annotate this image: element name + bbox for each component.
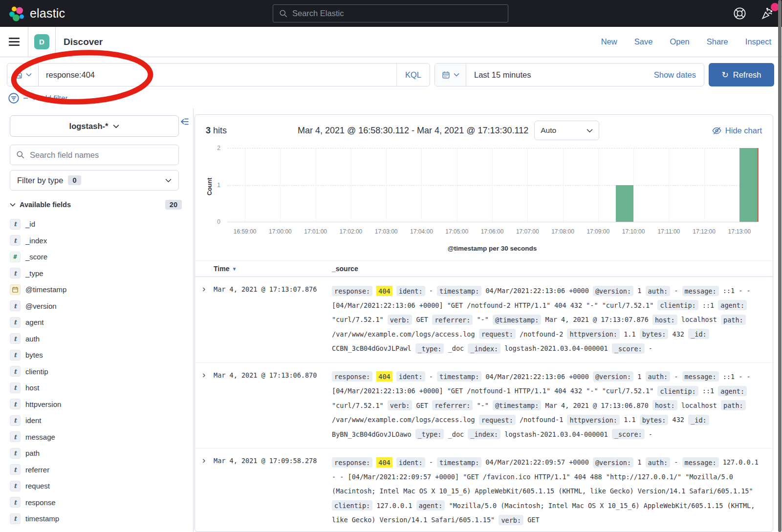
field-item-agent[interactable]: tagent [10, 314, 193, 331]
app-badge[interactable]: D [34, 34, 49, 49]
field-item-type[interactable]: t_type [10, 265, 193, 282]
time-range-value[interactable]: Last 15 minutes [466, 70, 654, 80]
saved-query-menu-button[interactable] [7, 64, 39, 86]
y-tick: 1 [217, 182, 227, 189]
row-timestamp: Mar 4, 2021 @ 17:09:58.278 [214, 455, 332, 528]
expand-row-icon[interactable]: › [195, 370, 214, 442]
table-row: ›Mar 4, 2021 @ 17:09:58.278response: 404… [195, 448, 773, 532]
field-item-timestamp[interactable]: @timestamp [10, 281, 193, 298]
query-language-button[interactable]: KQL [396, 64, 430, 86]
field-item-version[interactable]: t@version [10, 298, 193, 315]
kql-query-input[interactable]: response:404 KQL [7, 63, 430, 86]
refresh-icon: ↻ [721, 71, 728, 79]
source-field-badge: message: [682, 371, 719, 382]
chevron-down-icon [26, 73, 32, 77]
field-item-message[interactable]: tmessage [10, 429, 193, 446]
elastic-logo[interactable]: elastic [8, 5, 65, 22]
field-name: agent [25, 318, 44, 326]
doc-table-body: ›Mar 4, 2021 @ 17:13:07.876response: 404… [195, 277, 773, 532]
filter-by-type-select[interactable]: Filter by type 0 [10, 170, 179, 191]
menu-hamburger-icon[interactable] [0, 27, 28, 57]
x-tick: 17:03:00 [375, 228, 398, 235]
date-picker: Last 15 minutes Show dates [434, 63, 704, 86]
field-name: message [25, 433, 55, 441]
text-type-icon: t [10, 431, 21, 442]
histogram-bar[interactable] [739, 148, 757, 222]
field-item-bytes[interactable]: tbytes [10, 347, 193, 363]
available-fields-header[interactable]: Available fields 20 [10, 200, 182, 210]
page-scrollbar[interactable] [778, 0, 782, 532]
field-search-input[interactable]: Search field names [10, 145, 179, 165]
interval-select[interactable]: Auto [534, 121, 599, 140]
help-icon[interactable] [733, 7, 746, 20]
field-item-clientip[interactable]: tclientip [10, 363, 193, 380]
x-tick: 17:13:00 [728, 228, 751, 235]
date-picker-calendar-button[interactable] [435, 64, 466, 86]
x-tick: 17:12:00 [693, 228, 716, 235]
source-field-badge: clientip: [332, 500, 372, 511]
share-button[interactable]: Share [707, 37, 728, 46]
field-item-host[interactable]: thost [10, 380, 193, 396]
highlighted-value: 404 [376, 286, 392, 296]
field-name: @version [25, 302, 57, 310]
gridline [316, 148, 316, 222]
source-field-badge: _type: [415, 429, 444, 439]
field-item-request[interactable]: trequest [10, 478, 193, 494]
doc-table-header: Time▼ _source [195, 260, 773, 277]
global-search-input[interactable]: Search Elastic [273, 4, 508, 22]
source-value: - [429, 287, 433, 295]
source-value: 1 [637, 373, 641, 381]
source-value: _doc [448, 430, 464, 438]
histogram-bar[interactable] [616, 185, 633, 222]
histogram-chart[interactable]: Count 2 1 0 16:59:0017:00:0017:01:0017:0… [202, 145, 765, 256]
query-text[interactable]: response:404 [39, 70, 396, 80]
source-field-badge: message: [682, 286, 719, 296]
show-dates-button[interactable]: Show dates [654, 70, 704, 80]
source-field-badge: _id: [688, 415, 709, 425]
collapse-sidebar-icon[interactable] [179, 116, 190, 129]
expand-row-icon[interactable]: › [195, 284, 214, 356]
row-timestamp: Mar 4, 2021 @ 17:13:07.876 [214, 284, 332, 356]
field-item-path[interactable]: tpath [10, 445, 193, 462]
time-column-header[interactable]: Time▼ [214, 265, 332, 273]
field-item-score[interactable]: #_score [10, 249, 193, 265]
source-field-badge: bytes: [640, 329, 669, 339]
news-party-popper-icon[interactable] [761, 7, 774, 20]
field-item-timestamp[interactable]: ttimestamp [10, 511, 193, 527]
table-row: ›Mar 4, 2021 @ 17:13:07.876response: 404… [195, 277, 773, 363]
text-type-icon: t [10, 366, 21, 377]
source-field-badge: @version: [593, 286, 633, 296]
sort-desc-icon[interactable]: ▼ [232, 266, 237, 272]
field-item-auth[interactable]: tauth [10, 331, 193, 347]
index-pattern-name: logstash-* [69, 122, 109, 131]
field-item-response[interactable]: tresponse [10, 494, 193, 511]
source-field-badge: referrer: [432, 400, 473, 410]
source-value: - [429, 458, 433, 466]
save-button[interactable]: Save [634, 37, 653, 46]
field-name: auth [25, 335, 40, 343]
inspect-button[interactable]: Inspect [745, 37, 771, 46]
open-button[interactable]: Open [670, 37, 689, 46]
field-item-referrer[interactable]: treferrer [10, 462, 193, 478]
filter-icon[interactable] [8, 92, 20, 104]
text-type-icon: t [10, 448, 21, 459]
source-value: 1.1 [624, 330, 635, 338]
source-value: - [674, 373, 678, 381]
field-name: clientip [25, 367, 48, 376]
expand-row-icon[interactable]: › [195, 455, 214, 528]
source-field-badge: _index: [468, 429, 500, 439]
field-item-index[interactable]: t_index [10, 233, 193, 249]
hide-chart-button[interactable]: Hide chart [712, 126, 765, 135]
source-field-badge: host: [652, 315, 677, 325]
field-item-ident[interactable]: tident [10, 412, 193, 429]
field-item-httpversion[interactable]: thttpversion [10, 396, 193, 413]
add-filter-button[interactable]: + Add filter [32, 94, 68, 103]
source-value: - [649, 344, 652, 352]
new-button[interactable]: New [601, 37, 617, 46]
field-item-id[interactable]: t_id [10, 216, 193, 233]
x-tick: 17:06:00 [481, 228, 504, 235]
refresh-button[interactable]: ↻ Refresh [709, 63, 774, 86]
gridline [386, 148, 387, 222]
source-field-badge: _score: [612, 429, 645, 439]
index-pattern-selector[interactable]: logstash-* [10, 115, 179, 137]
